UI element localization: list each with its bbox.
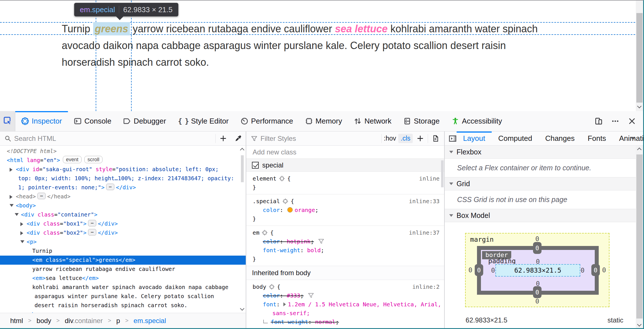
page-scrollbar-thumb[interactable]	[636, 13, 643, 103]
scroll-up-icon[interactable]	[637, 148, 642, 152]
devtools-tab-network[interactable]: Network	[348, 111, 397, 131]
eyedropper-icon[interactable]	[231, 135, 246, 142]
scroll-down-icon[interactable]	[637, 104, 642, 109]
devtools-tab-style-editor[interactable]: { }Style Editor	[172, 111, 235, 131]
sidebar-tab-animations[interactable]: Animations	[613, 131, 643, 145]
search-input[interactable]	[14, 135, 215, 143]
layout-scrollbar-thumb[interactable]	[636, 154, 643, 319]
sidebar-tab-fonts[interactable]: Fonts	[581, 131, 613, 145]
collapse-twisty-icon[interactable]	[15, 213, 19, 216]
rule-selector[interactable]: .special	[253, 198, 280, 205]
markup-line[interactable]: <head>⋯</head>	[0, 192, 246, 201]
border-top-value[interactable]: 0	[533, 242, 542, 254]
toggle-pseudo-classes-button[interactable]: :hov	[382, 134, 398, 143]
markup-line[interactable]: <em>sea lettuce</em>	[0, 274, 246, 283]
rule-selector[interactable]: body	[253, 283, 266, 290]
padding-left-value[interactable]: 0	[491, 267, 495, 274]
margin-left-value[interactable]: 0	[468, 266, 472, 274]
breadcrumb-item[interactable]: em.special	[134, 317, 166, 325]
sidebar-tab-changes[interactable]: Changes	[539, 131, 581, 145]
highlight-selector-icon[interactable]	[282, 198, 288, 204]
rule-property[interactable]: color: #333;	[246, 291, 444, 300]
margin-top-value[interactable]: 0	[535, 235, 539, 243]
overridden-filter-icon[interactable]	[318, 238, 324, 245]
expand-twisty-icon[interactable]	[20, 222, 23, 226]
devtools-tab-memory[interactable]: Memory	[299, 111, 348, 131]
all-tabs-dropdown-icon[interactable]	[631, 131, 635, 146]
breadcrumb-item[interactable]: p	[116, 317, 120, 325]
property-value[interactable]: 1.2em / 1.5 Helvetica Neue, Helvetica, A…	[288, 301, 441, 308]
expand-ellipsis-button[interactable]: ⋯	[88, 220, 96, 226]
markup-line[interactable]: top: 0px; width: 100%; height…100%; z-in…	[0, 174, 246, 183]
pick-element-button[interactable]	[0, 111, 15, 131]
box-model-section-header[interactable]: Box Model	[445, 209, 643, 222]
property-name[interactable]: font-weight	[263, 247, 300, 254]
overridden-filter-icon[interactable]	[308, 292, 314, 299]
expand-twisty-icon[interactable]	[10, 195, 12, 199]
box-model-content-box[interactable]: 62.9833×21.5	[495, 264, 580, 277]
property-name[interactable]: font-weight	[271, 319, 308, 325]
markup-line[interactable]: <div class="box1">⋯</div>	[0, 219, 246, 228]
markup-line[interactable]: yarrow ricebean rutabaga endive cauliflo…	[0, 265, 246, 274]
property-name[interactable]: color	[263, 207, 280, 213]
filter-styles-input[interactable]	[260, 135, 381, 143]
sidebar-expand-icon[interactable]	[449, 135, 457, 143]
sidebar-tab-layout[interactable]: Layout	[457, 131, 492, 145]
sidebar-tab-computed[interactable]: Computed	[492, 131, 539, 145]
markup-line[interactable]: desert raisin horseradish spinach carrot…	[0, 301, 246, 310]
color-swatch[interactable]	[287, 207, 293, 213]
rules-scrollbar-thumb[interactable]	[441, 160, 444, 187]
rule-source-link[interactable]: inline:2	[412, 283, 440, 291]
breadcrumb-item[interactable]: html	[10, 317, 23, 325]
markup-line[interactable]: kohlrabi amaranth water spinach avocado …	[0, 283, 246, 292]
devtools-tab-console[interactable]: Console	[68, 111, 117, 131]
property-value[interactable]: #333	[287, 292, 300, 299]
breadcrumb-item[interactable]: div.container	[65, 317, 103, 325]
property-value[interactable]: bold	[307, 247, 321, 254]
meatball-menu-icon[interactable]	[611, 117, 619, 125]
close-icon[interactable]	[628, 117, 636, 125]
page-scrollbar[interactable]	[636, 1, 643, 111]
grid-section-header[interactable]: Grid	[445, 177, 643, 190]
print-media-simulation-icon[interactable]	[428, 135, 444, 142]
property-value[interactable]: orange	[295, 207, 315, 213]
property-value[interactable]: normal	[315, 319, 335, 325]
devtools-tab-inspector[interactable]: Inspector	[15, 111, 68, 131]
add-node-button[interactable]	[216, 135, 231, 142]
expand-shorthand-icon[interactable]	[283, 302, 286, 306]
markup-line[interactable]: <body>	[0, 201, 246, 210]
border-bottom-value[interactable]: 0	[533, 286, 542, 298]
rule-property[interactable]: color: orange;	[246, 206, 444, 215]
class-checkbox[interactable]	[252, 162, 259, 169]
markup-line[interactable]: <html lang="en">eventscroll	[0, 156, 246, 165]
markup-line[interactable]: </p>	[0, 310, 246, 313]
margin-bottom-value[interactable]: 0	[535, 298, 539, 305]
expand-ellipsis-button[interactable]: ⋯	[106, 184, 114, 190]
markup-line[interactable]: <div class="container">	[0, 210, 246, 219]
highlight-selector-icon[interactable]	[279, 175, 285, 182]
rule-source-link[interactable]: inline:33	[409, 197, 439, 206]
box-model-margin-box[interactable]: margin 0 0 0 0 border padding 0 0 0 0 62…	[465, 233, 609, 307]
rule-selector[interactable]: em	[253, 229, 259, 236]
margin-right-value[interactable]: 0	[602, 266, 606, 274]
rule-source-link[interactable]: inline:37	[409, 228, 439, 237]
markup-line[interactable]: asparagus winter purslane kale. Celery p…	[0, 292, 246, 301]
markup-line[interactable]: 1; pointer-events: none;">⋯</div>	[0, 183, 246, 192]
dom-badge[interactable]: event	[63, 156, 82, 163]
layout-scrollbar[interactable]	[636, 146, 643, 328]
rule-source-link[interactable]: inline	[419, 174, 440, 183]
rule-property[interactable]: font-weight: bold;	[246, 246, 444, 255]
rule-selector[interactable]: element	[253, 175, 276, 182]
devtools-tab-performance[interactable]: Performance	[235, 111, 299, 131]
collapse-twisty-icon[interactable]	[10, 204, 14, 207]
property-name[interactable]: font	[263, 301, 276, 308]
highlight-selector-icon[interactable]	[262, 230, 268, 236]
property-name[interactable]: color	[263, 238, 280, 245]
markup-line[interactable]: <p>	[0, 237, 246, 247]
responsive-mode-icon[interactable]	[595, 117, 602, 125]
rule-property[interactable]: color: hotpink;	[246, 237, 444, 246]
border-left-value[interactable]: 0	[475, 264, 483, 276]
add-rule-button[interactable]	[413, 135, 428, 142]
toggle-classes-button[interactable]: .cls	[398, 134, 413, 143]
markup-line[interactable]: Turnip	[0, 247, 246, 256]
